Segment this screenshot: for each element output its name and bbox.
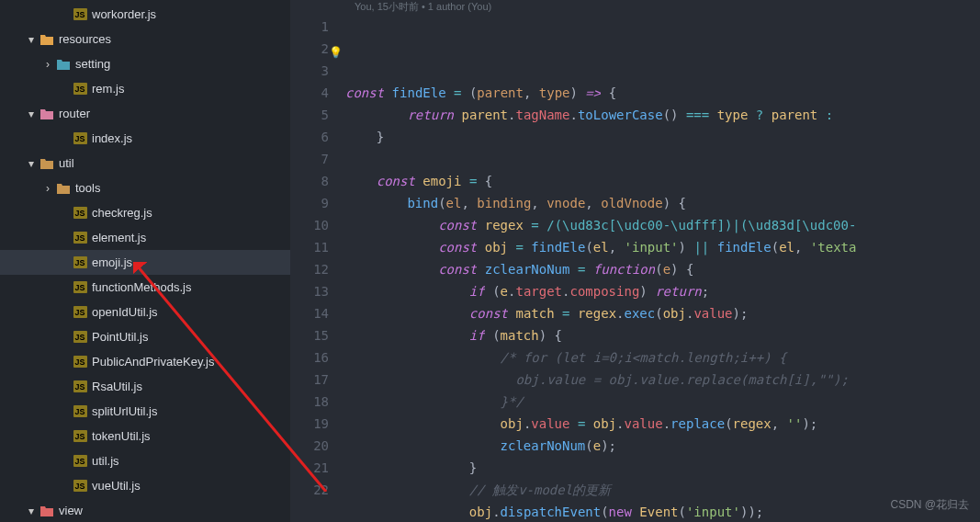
tree-item-label: PublicAndPrivateKey.js — [92, 355, 214, 369]
tree-item-label: rem.js — [92, 82, 124, 96]
tree-item-label: util — [59, 156, 74, 170]
file-tree-item[interactable]: JSworkorder.js — [0, 2, 290, 27]
js-file-icon: JS — [73, 331, 87, 343]
file-tree-item[interactable]: JSelement.js — [0, 225, 290, 250]
tree-item-label: vueUtil.js — [92, 479, 141, 493]
code-line[interactable]: obj.dispatchEvent(new Event('input')); — [345, 501, 856, 522]
code-line[interactable]: bind(el, binding, vnode, oldVnode) { — [345, 192, 856, 214]
line-number: 20 — [290, 435, 329, 457]
code-line[interactable]: }*/ — [345, 391, 856, 413]
file-tree-item[interactable]: JSPointUtil.js — [0, 324, 290, 349]
js-file-icon: JS — [73, 256, 87, 268]
folder-icon — [40, 108, 53, 119]
file-tree-item[interactable]: JSsplitUrlUtil.js — [0, 399, 290, 424]
tree-item-label: checkreg.js — [92, 206, 152, 220]
code-line[interactable]: if (match) { — [345, 324, 856, 346]
file-tree-item[interactable]: JStokenUtil.js — [0, 424, 290, 448]
tree-item-label: emoji.js — [92, 255, 132, 269]
file-tree-item[interactable]: JSrem.js — [0, 76, 290, 101]
js-file-icon: JS — [73, 83, 87, 95]
line-number: 14 — [290, 302, 329, 324]
code-line[interactable]: const zclearNoNum = function(e) { — [345, 258, 856, 280]
folder-tree-item[interactable]: ›setting — [0, 51, 290, 76]
js-file-icon: JS — [73, 132, 87, 144]
js-file-icon: JS — [73, 207, 87, 219]
code-line[interactable]: zclearNoNum(e); — [345, 435, 856, 457]
code-line[interactable]: const match = regex.exec(obj.value); — [345, 302, 856, 324]
line-number: 10 — [290, 214, 329, 236]
code-line[interactable]: obj.value = obj.value.replace(match[i],"… — [345, 369, 856, 391]
code-line[interactable]: const obj = findEle(el, 'input') || find… — [345, 236, 856, 258]
code-line[interactable]: } — [345, 126, 856, 148]
line-number: 4 — [290, 82, 329, 104]
folder-icon — [40, 505, 53, 516]
code-line[interactable]: // 触发v-model的更新 — [345, 479, 856, 501]
line-number: 13 — [290, 280, 329, 302]
tree-item-label: PointUtil.js — [92, 330, 148, 344]
line-number: 18 — [290, 391, 329, 413]
chevron-icon: ▾ — [24, 157, 39, 170]
file-tree-item[interactable]: JSemoji.js — [0, 250, 290, 275]
js-file-icon: JS — [73, 306, 87, 318]
tree-item-label: tokenUtil.js — [92, 429, 151, 443]
line-number: 6 — [290, 126, 329, 148]
chevron-icon: › — [40, 58, 55, 71]
file-tree-item[interactable]: JSvueUtil.js — [0, 473, 290, 498]
line-number: 2 — [290, 38, 329, 60]
line-number: 12 — [290, 258, 329, 280]
line-number: 19 — [290, 413, 329, 435]
js-file-icon: JS — [73, 455, 87, 467]
folder-tree-item[interactable]: ▾util — [0, 151, 290, 176]
line-number: 17 — [290, 369, 329, 391]
line-number: 3 — [290, 60, 329, 82]
code-line[interactable] — [345, 148, 856, 170]
js-file-icon: JS — [73, 8, 87, 20]
tree-item-label: util.js — [92, 454, 119, 468]
code-line[interactable]: /* for (let i=0;i<match.length;i++) { — [345, 346, 856, 369]
line-number: 1 — [290, 16, 329, 38]
code-line[interactable]: const regex = /(\ud83c[\udc00-\udfff])|(… — [345, 214, 856, 236]
file-explorer-sidebar[interactable]: JSworkorder.js▾resources›settingJSrem.js… — [0, 0, 290, 522]
file-tree-item[interactable]: JSindex.js — [0, 126, 290, 151]
tree-item-label: setting — [75, 57, 110, 71]
file-tree-item[interactable]: JSutil.js — [0, 448, 290, 473]
folder-tree-item[interactable]: ▾resources — [0, 27, 290, 51]
folder-tree-item[interactable]: ›tools — [0, 176, 290, 200]
file-tree-item[interactable]: JScheckreg.js — [0, 200, 290, 225]
code-editor: You, 15小时前 • 1 author (You) 123456789101… — [290, 0, 980, 522]
code-line[interactable]: return parent.tagName.toLowerCase() === … — [345, 104, 856, 126]
chevron-icon: ▾ — [24, 108, 39, 120]
code-line[interactable]: if (e.target.composing) return; — [345, 280, 856, 302]
code-line[interactable]: } — [345, 457, 856, 479]
folder-icon — [57, 59, 70, 70]
code-line[interactable]: const emoji = { — [345, 170, 856, 192]
tree-item-label: router — [59, 107, 90, 120]
js-file-icon: JS — [73, 405, 87, 417]
code-line[interactable]: obj.value = obj.value.replace(regex, '')… — [345, 413, 856, 435]
chevron-icon: ▾ — [24, 33, 39, 46]
git-blame-header: You, 15小时前 • 1 author (You) — [290, 0, 980, 16]
tree-item-label: splitUrlUtil.js — [92, 404, 158, 418]
line-gutter: 12345678910111213141516171819202122 — [290, 16, 345, 522]
chevron-icon: › — [40, 182, 55, 195]
line-number: 8 — [290, 170, 329, 192]
js-file-icon: JS — [73, 380, 87, 392]
code-area[interactable]: 💡 const findEle = (parent, type) => { re… — [345, 16, 856, 522]
tree-item-label: view — [59, 504, 83, 517]
watermark: CSDN @花归去 — [890, 497, 969, 513]
file-tree-item[interactable]: JSopenIdUtil.js — [0, 300, 290, 324]
lightbulb-icon[interactable]: 💡 — [329, 41, 343, 63]
line-number: 7 — [290, 148, 329, 170]
code-line[interactable]: const findEle = (parent, type) => { — [345, 82, 856, 104]
line-number: 15 — [290, 324, 329, 346]
js-file-icon: JS — [73, 281, 87, 293]
folder-tree-item[interactable]: ▾view — [0, 498, 290, 522]
tree-item-label: functionMethods.js — [92, 280, 191, 294]
line-number: 11 — [290, 236, 329, 258]
file-tree-item[interactable]: JSfunctionMethods.js — [0, 275, 290, 300]
js-file-icon: JS — [73, 480, 87, 492]
file-tree-item[interactable]: JSPublicAndPrivateKey.js — [0, 349, 290, 374]
file-tree-item[interactable]: JSRsaUtil.js — [0, 374, 290, 399]
folder-tree-item[interactable]: ▾router — [0, 101, 290, 126]
line-number: 9 — [290, 192, 329, 214]
